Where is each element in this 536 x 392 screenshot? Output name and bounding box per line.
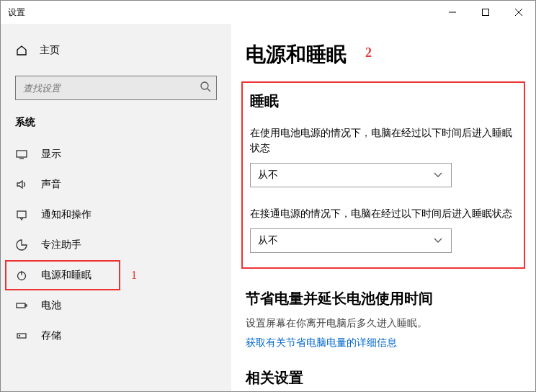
sidebar: 主页 系统 显示 声音 通知和操作 专注助手: [1, 24, 231, 391]
maximize-button[interactable]: [469, 1, 502, 24]
svg-rect-8: [17, 211, 26, 218]
power-icon: [15, 270, 28, 281]
sidebar-item-label: 声音: [41, 178, 61, 191]
window-title: 设置: [8, 6, 25, 19]
chevron-down-icon: [432, 234, 444, 248]
svg-point-4: [201, 82, 208, 89]
power-save-desc: 设置屏幕在你离开电脑后多久进入睡眠。: [246, 317, 521, 330]
sleep-settings-group: 睡眠 在使用电池电源的情况下，电脑在经过以下时间后进入睡眠状态 从不 在接通电源…: [241, 81, 525, 269]
notifications-icon: [15, 209, 28, 220]
main-content: 电源和睡眠 2 睡眠 在使用电池电源的情况下，电脑在经过以下时间后进入睡眠状态 …: [231, 24, 535, 391]
storage-icon: [15, 330, 28, 342]
svg-rect-1: [483, 9, 489, 16]
power-save-section: 节省电量并延长电池使用时间 设置屏幕在你离开电脑后多久进入睡眠。 获取有关节省电…: [231, 289, 535, 349]
sidebar-item-label: 通知和操作: [41, 208, 91, 221]
search-icon: [200, 81, 211, 95]
page-title: 电源和睡眠 2: [231, 41, 535, 68]
power-save-link[interactable]: 获取有关节省电脑电量的详细信息: [246, 337, 397, 348]
home-label: 主页: [40, 44, 60, 57]
sidebar-item-battery[interactable]: 电池: [1, 290, 231, 321]
sidebar-item-label: 存储: [41, 329, 61, 342]
svg-rect-13: [17, 334, 26, 338]
sidebar-nav: 显示 声音 通知和操作 专注助手 电源和睡眠 1 电池: [1, 139, 231, 351]
display-icon: [15, 148, 28, 160]
sidebar-item-label: 电池: [41, 299, 61, 312]
sidebar-item-label: 显示: [41, 148, 61, 161]
sleep-battery-select[interactable]: 从不: [250, 163, 452, 187]
sound-icon: [15, 179, 28, 190]
titlebar: 设置: [1, 1, 535, 24]
svg-point-14: [19, 336, 20, 337]
sidebar-home[interactable]: 主页: [1, 38, 231, 63]
battery-icon: [15, 300, 28, 311]
sidebar-item-sound[interactable]: 声音: [1, 169, 231, 200]
sidebar-section-title: 系统: [1, 116, 231, 139]
sidebar-item-storage[interactable]: 存储: [1, 321, 231, 351]
chevron-down-icon: [432, 169, 444, 182]
window-controls: [436, 1, 535, 24]
select-value: 从不: [258, 169, 278, 182]
svg-rect-6: [17, 151, 27, 157]
close-button[interactable]: [502, 1, 535, 24]
svg-line-5: [207, 89, 210, 92]
annotation-1: 1: [131, 269, 137, 282]
sleep-battery-label: 在使用电池电源的情况下，电脑在经过以下时间后进入睡眠状态: [250, 125, 517, 156]
search-input[interactable]: [15, 76, 217, 100]
power-save-heading: 节省电量并延长电池使用时间: [246, 289, 521, 308]
sidebar-item-power-sleep[interactable]: 电源和睡眠 1: [5, 260, 120, 290]
sidebar-item-display[interactable]: 显示: [1, 139, 231, 169]
minimize-button[interactable]: [436, 1, 469, 24]
sleep-plugged-label: 在接通电源的情况下，电脑在经过以下时间后进入睡眠状态: [250, 206, 517, 221]
related-heading: 相关设置: [246, 368, 521, 388]
sidebar-item-label: 专注助手: [41, 239, 81, 251]
search-wrap: [15, 76, 217, 100]
sleep-heading: 睡眠: [250, 92, 517, 111]
sleep-plugged-select[interactable]: 从不: [250, 228, 452, 253]
select-value: 从不: [258, 234, 278, 247]
sidebar-item-focus-assist[interactable]: 专注助手: [1, 230, 231, 260]
svg-rect-11: [17, 303, 25, 308]
related-settings-section: 相关设置: [231, 368, 535, 388]
annotation-2: 2: [365, 45, 372, 61]
sidebar-item-notifications[interactable]: 通知和操作: [1, 200, 231, 230]
svg-rect-12: [25, 305, 27, 306]
sidebar-item-label: 电源和睡眠: [41, 269, 91, 282]
focus-assist-icon: [15, 239, 28, 251]
home-icon: [15, 45, 28, 56]
